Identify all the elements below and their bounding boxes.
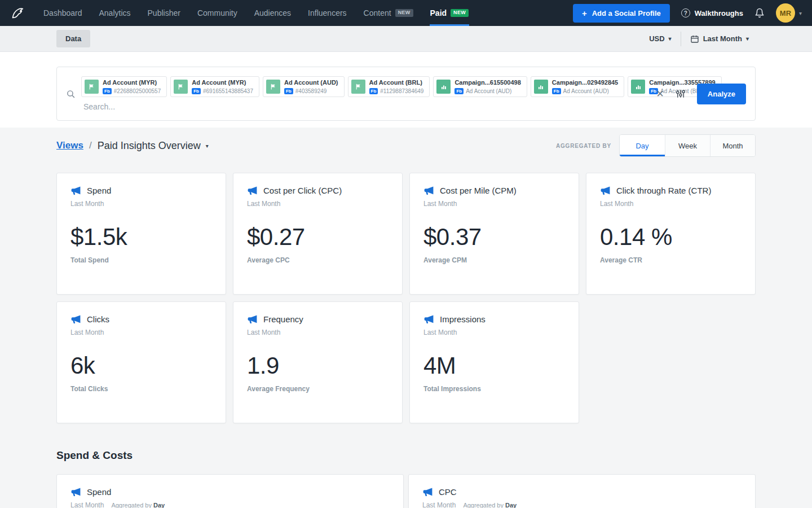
filter-actions: ✕ Analyze [656,84,746,104]
aggregation-value[interactable]: Day [153,502,165,508]
add-social-profile-button[interactable]: + Add a Social Profile [573,4,670,23]
filter-main: Ad Account (MYR) Fb#22688025000557 Ad Ac… [81,76,647,111]
campaign-icon [436,80,451,94]
megaphone-icon [600,185,611,196]
card-value: $0.37 [423,224,565,251]
megaphone-icon [423,314,434,325]
chip-detail: #691655143885437 [203,88,253,94]
analyze-button[interactable]: Analyze [697,84,746,104]
card-period: Last Month [600,200,742,208]
metric-card-cpm: Cost per Mile (CPM) Last Month $0.37 Ave… [409,173,579,295]
aggregation-toggle: Day Week Month [619,134,756,157]
card-title: Clicks [87,314,109,324]
divider [681,32,681,46]
section-title-spend-costs: Spend & Costs [56,449,756,462]
aggregation-value[interactable]: Day [505,502,517,508]
filter-chip-ad-account[interactable]: Ad Account (AUD) Fb#403589249 [263,76,345,97]
nav-content-label: Content [364,8,391,17]
date-range-value: Last Month [703,34,742,43]
card-title: Frequency [263,314,303,324]
card-label: Total Clicks [70,385,212,393]
falcon-logo-icon[interactable] [8,3,27,23]
walkthroughs-label: Walkthroughs [695,9,743,17]
chevron-down-icon: ▾ [746,36,749,42]
nav-analytics[interactable]: Analytics [91,0,139,26]
chip-title: Ad Account (MYR) [103,79,161,87]
chevron-down-icon: ▾ [206,143,209,149]
card-title: Click through Rate (CTR) [616,186,711,195]
filter-chip-ad-account[interactable]: Ad Account (MYR) Fb#691655143885437 [170,76,259,97]
top-nav: Dashboard Analytics Publisher Community … [0,0,812,26]
chart-card-spend: Spend Last Month Aggregated by Day [56,474,404,508]
nav-influencers[interactable]: Influencers [299,0,355,26]
metric-cards-grid: Spend Last Month $1.5k Total Spend Cost … [56,173,756,423]
card-title: Cost per Mile (CPM) [440,186,517,195]
chip-title: Campaign...029492845 [552,79,618,87]
view-header: Views / Paid Insights Overview ▾ AGGREGA… [56,134,756,157]
breadcrumb-views-link[interactable]: Views [56,140,83,151]
aggregated-by-label: AGGREGATED BY [556,143,611,149]
agg-day-button[interactable]: Day [620,135,665,156]
chip-detail: Ad Account (AUD) [563,88,609,94]
card-value: 4M [423,352,565,379]
chip-detail: #403589249 [295,88,327,94]
facebook-badge: Fb [192,88,201,95]
filter-chip-ad-account[interactable]: Ad Account (BRL) Fb#1129887384649 [348,76,430,97]
clear-filters-icon[interactable]: ✕ [656,89,664,99]
nav-content[interactable]: Content NEW [355,0,422,26]
ad-account-icon [351,80,365,94]
filter-settings-icon[interactable] [676,89,686,99]
card-label: Average Frequency [247,385,389,393]
data-tab[interactable]: Data [56,30,90,47]
filter-chip-campaign[interactable]: Campaign...029492845 FbAd Account (AUD) [531,76,624,97]
ad-account-icon [266,80,280,94]
megaphone-icon [247,314,258,325]
card-period: Last Month [70,329,212,336]
card-period: Last Month [70,501,104,508]
card-label: Total Impressions [423,385,565,393]
campaign-icon [631,80,645,94]
metric-card-spend: Spend Last Month $1.5k Total Spend [56,173,226,295]
filter-chip-ad-account[interactable]: Ad Account (MYR) Fb#22688025000557 [81,76,167,97]
new-badge: NEW [451,9,469,17]
aggregated-by-text: Aggregated by Day [463,502,517,508]
nav-community[interactable]: Community [189,0,246,26]
user-menu[interactable]: MR ▾ [776,3,802,23]
nav-dashboard[interactable]: Dashboard [35,0,91,26]
campaign-icon [534,80,548,94]
chip-title: Campaign...615500498 [454,79,520,87]
card-title: Impressions [440,314,486,324]
filter-chip-campaign[interactable]: Campaign...615500498 FbAd Account (AUD) [433,76,527,97]
toolbar-right: USD ▾ Last Month ▾ [649,32,749,46]
walkthroughs-button[interactable]: ? Walkthroughs [681,8,743,17]
notifications-bell-icon[interactable] [754,8,765,18]
currency-select[interactable]: USD ▾ [649,34,671,43]
nav-right-actions: + Add a Social Profile ? Walkthroughs MR… [573,3,802,23]
date-range-select[interactable]: Last Month ▾ [690,34,749,43]
card-value: $0.27 [247,224,389,251]
facebook-badge: Fb [103,88,112,95]
aggregated-by-text: Aggregated by Day [111,502,165,508]
megaphone-icon [422,487,433,497]
search-input[interactable] [83,102,253,111]
chevron-down-icon: ▾ [669,36,672,42]
breadcrumb-separator: / [89,140,92,151]
facebook-badge: Fb [284,88,293,95]
aggregation-controls: AGGREGATED BY Day Week Month [556,134,756,157]
metric-card-ctr: Click through Rate (CTR) Last Month 0.14… [586,173,756,295]
sub-toolbar: Data USD ▾ Last Month ▾ [0,26,812,52]
nav-paid[interactable]: Paid NEW [422,0,477,26]
agg-week-button[interactable]: Week [665,135,710,156]
card-period: Last Month [70,200,212,208]
spend-costs-grid: Spend Last Month Aggregated by Day CPC L… [56,474,756,508]
agg-month-button[interactable]: Month [710,135,755,156]
card-value: $1.5k [70,224,212,251]
ad-account-icon [174,80,188,94]
view-selector[interactable]: Paid Insights Overview ▾ [98,140,209,152]
nav-audiences[interactable]: Audiences [246,0,299,26]
main-nav: Dashboard Analytics Publisher Community … [35,0,477,26]
metric-card-impressions: Impressions Last Month 4M Total Impressi… [409,301,579,423]
card-value: 0.14 % [600,224,742,251]
nav-publisher[interactable]: Publisher [139,0,189,26]
metric-card-frequency: Frequency Last Month 1.9 Average Frequen… [233,301,403,423]
